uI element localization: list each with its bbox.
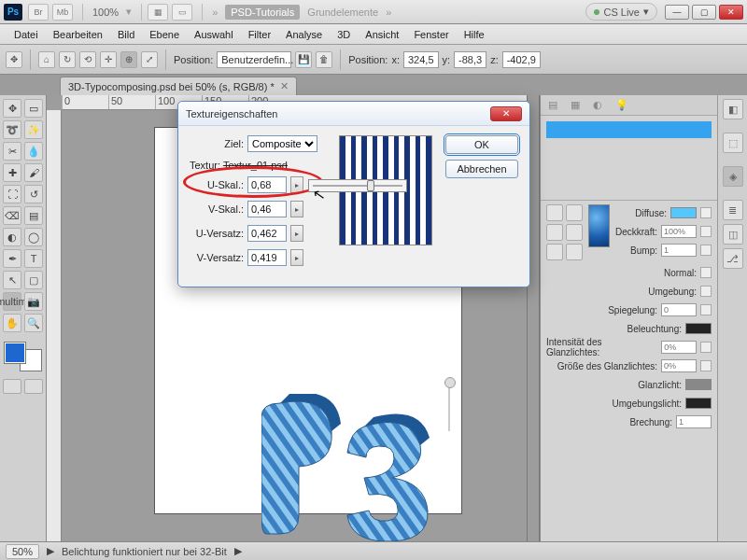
z-field[interactable]: -402,9 (502, 51, 541, 68)
menu-auswahl[interactable]: Auswahl (188, 26, 240, 43)
u-skal-field[interactable]: 0,68 (247, 176, 287, 193)
x-field[interactable]: 324,5 (403, 51, 439, 68)
3dobject-tool-icon[interactable]: �multimap (3, 292, 21, 311)
light-pin-icon[interactable] (448, 385, 450, 431)
document-tab-close-icon[interactable]: ✕ (280, 80, 289, 92)
normal-menu-icon[interactable] (700, 267, 712, 278)
beleuchtung-swatch[interactable] (685, 323, 712, 334)
glanzintensitaet-field[interactable]: 0% (661, 341, 697, 354)
v-skal-flyout-button[interactable]: ▸ (290, 201, 303, 217)
spiegelung-field[interactable]: 0 (661, 303, 697, 316)
zoom-chevron-icon[interactable]: ▾ (126, 6, 132, 18)
bump-menu-icon[interactable] (700, 245, 712, 256)
mat-home-icon[interactable] (546, 204, 563, 221)
dialog-close-button[interactable]: ✕ (490, 106, 522, 121)
3dcamera-tool-icon[interactable]: 📷 (24, 292, 43, 311)
pen-tool-icon[interactable]: ✒ (3, 249, 21, 268)
ok-button[interactable]: OK (445, 135, 518, 154)
deckkraft-field[interactable]: 100% (661, 225, 697, 238)
layers-panel-icon[interactable]: ≣ (723, 200, 743, 220)
type-tool-icon[interactable]: T (24, 249, 43, 268)
quickmask-on-icon[interactable] (24, 379, 43, 394)
cslive-button[interactable]: CS Live▾ (585, 3, 657, 21)
slider-thumb[interactable] (367, 180, 374, 191)
mat-pan-icon[interactable] (546, 224, 563, 241)
deckkraft-menu-icon[interactable] (700, 226, 712, 237)
menu-filter[interactable]: Filter (242, 26, 277, 43)
u-skal-flyout-button[interactable]: ▸ (290, 176, 303, 193)
workspace-more-icon[interactable]: » (386, 7, 391, 18)
filter-mesh-icon[interactable]: ▦ (571, 99, 584, 112)
umgebung-menu-icon[interactable] (700, 286, 712, 297)
lasso-tool-icon[interactable]: ➰ (3, 120, 21, 139)
3d-rotate-icon[interactable]: ↻ (59, 51, 76, 68)
filter-scene-icon[interactable]: ▤ (548, 99, 561, 112)
adjust-panel-icon[interactable]: ⬚ (723, 133, 743, 153)
position-dropdown[interactable]: Benutzerdefin... (217, 51, 291, 68)
bridge-button[interactable]: Br (28, 4, 49, 21)
glanzlicht-swatch[interactable] (685, 379, 712, 390)
menu-datei[interactable]: Datei (7, 26, 45, 43)
glanzintensitaet-menu-icon[interactable] (700, 342, 712, 353)
mat-menu-icon[interactable] (566, 244, 583, 260)
shape-tool-icon[interactable]: ▢ (24, 271, 43, 289)
stamp-tool-icon[interactable]: ⛶ (3, 185, 21, 203)
arrange-icon[interactable]: ▦ (148, 4, 168, 21)
u-skal-slider-flyout[interactable] (308, 179, 407, 192)
blur-tool-icon[interactable]: ◐ (3, 228, 21, 246)
document-tab[interactable]: 3D-Typocomposing.psd bei 50% (s, RGB/8) … (60, 77, 297, 95)
menu-hilfe[interactable]: Hilfe (458, 26, 491, 43)
v-versatz-flyout-button[interactable]: ▸ (290, 249, 303, 266)
menu-analyse[interactable]: Analyse (279, 26, 329, 43)
color-swatches[interactable] (3, 341, 43, 372)
filter-material-icon[interactable]: ◐ (593, 99, 606, 112)
3d-pan-icon[interactable]: ✛ (100, 51, 117, 68)
hand-tool-icon[interactable]: ✋ (3, 314, 21, 332)
3d-panel-icon[interactable]: ◈ (723, 166, 743, 187)
window-minimize-button[interactable]: — (665, 5, 689, 20)
heal-tool-icon[interactable]: ✚ (3, 163, 21, 182)
menu-bearbeiten[interactable]: Bearbeiten (47, 26, 109, 43)
save-view-icon[interactable]: 💾 (295, 51, 312, 68)
spiegelung-menu-icon[interactable] (700, 304, 712, 315)
u-versatz-flyout-button[interactable]: ▸ (290, 225, 303, 242)
mat-rotate-icon[interactable] (566, 204, 583, 221)
umgebungslicht-swatch[interactable] (685, 398, 712, 409)
minibridge-button[interactable]: Mb (52, 4, 73, 21)
move-tool-icon[interactable]: ✥ (3, 99, 21, 118)
menu-ansicht[interactable]: Ansicht (359, 26, 405, 43)
v-versatz-field[interactable]: 0,419 (247, 249, 287, 266)
3d-scale-icon[interactable]: ⤢ (141, 51, 158, 68)
workspace-item[interactable]: Grundelemente (307, 7, 378, 18)
y-field[interactable]: -88,3 (454, 51, 486, 68)
bump-field[interactable]: 1 (661, 244, 697, 257)
quickmask-off-icon[interactable] (3, 379, 21, 394)
3d-roll-icon[interactable]: ⟲ (79, 51, 96, 68)
delete-view-icon[interactable]: 🗑 (316, 51, 332, 68)
brechung-field[interactable]: 1 (676, 415, 712, 428)
zoom-level[interactable]: 100% (92, 7, 119, 18)
glanzgroesse-menu-icon[interactable] (700, 360, 712, 371)
filter-light-icon[interactable]: 💡 (615, 99, 628, 112)
menu-3d[interactable]: 3D (331, 26, 357, 43)
material-preview[interactable] (588, 204, 610, 247)
menu-fenster[interactable]: Fenster (407, 26, 455, 43)
status-zoom[interactable]: 50% (6, 544, 39, 559)
u-versatz-field[interactable]: 0,462 (247, 225, 287, 242)
workspace-active[interactable]: PSD-Tutorials (225, 5, 300, 20)
menu-bild[interactable]: Bild (111, 26, 141, 43)
channels-panel-icon[interactable]: ◫ (723, 224, 743, 245)
diffuse-swatch[interactable] (670, 207, 697, 218)
path-tool-icon[interactable]: ↖ (3, 271, 21, 289)
tool-preset-icon[interactable]: ✥ (6, 51, 22, 68)
history-tool-icon[interactable]: ↺ (24, 185, 43, 203)
scene-selected-row[interactable] (546, 121, 712, 138)
eyedrop-tool-icon[interactable]: 💧 (24, 142, 43, 161)
cancel-button[interactable]: Abbrechen (445, 160, 518, 178)
eraser-tool-icon[interactable]: ⌫ (3, 206, 21, 225)
ziel-dropdown[interactable]: Composite (247, 135, 317, 152)
zoom-tool-icon[interactable]: 🔍 (24, 314, 43, 332)
mat-scale-icon[interactable] (546, 244, 563, 260)
marquee-tool-icon[interactable]: ▭ (24, 99, 43, 118)
paths-panel-icon[interactable]: ⎇ (723, 248, 743, 269)
